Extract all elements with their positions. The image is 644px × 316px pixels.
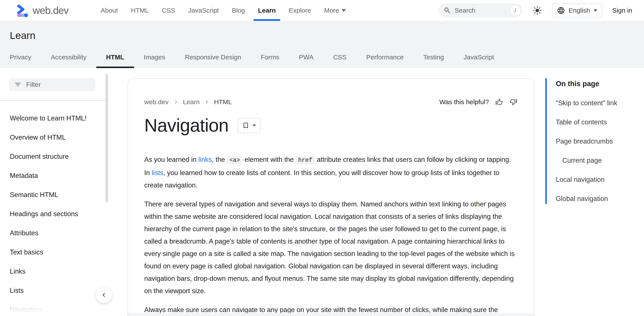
tab-pwa[interactable]: PWA	[289, 46, 323, 68]
search-shortcut-key: /	[510, 5, 520, 15]
paragraph-1: As you learned in links, the <a> element…	[144, 153, 518, 191]
next-section-block	[128, 313, 534, 316]
tab-performance[interactable]: Performance	[356, 46, 414, 68]
feedback-label: Was this helpful?	[440, 98, 489, 106]
tab-javascript[interactable]: JavaScript	[454, 46, 504, 68]
article-body: As you learned in links, the <a> element…	[144, 153, 518, 316]
code-href-attribute: href	[296, 156, 315, 164]
chevron-right-icon	[173, 99, 179, 105]
breadcrumb: web.dev Learn HTML	[144, 98, 232, 106]
toc-item-skip-to-content[interactable]: "Skip to content" link	[556, 94, 641, 113]
sidebar-item-semantic-html[interactable]: Semantic HTML	[0, 185, 109, 204]
toc-item-table-of-contents[interactable]: Table of contents	[556, 113, 641, 132]
language-selector[interactable]: English	[552, 3, 602, 17]
chevron-right-icon	[204, 99, 210, 105]
bookmark-button[interactable]	[238, 118, 260, 133]
sidebar-item-text-basics[interactable]: Text basics	[0, 243, 109, 262]
nav-item-css[interactable]: CSS	[155, 0, 182, 21]
breadcrumb-webdev[interactable]: web.dev	[144, 98, 169, 106]
webdev-logo[interactable]: web.dev	[15, 3, 68, 18]
header-actions: / English Sign in	[438, 3, 632, 17]
sidebar-item-overview[interactable]: Overview of HTML	[0, 128, 109, 147]
sidebar-item-headings-sections[interactable]: Headings and sections	[0, 204, 109, 224]
tab-privacy[interactable]: Privacy	[0, 46, 41, 68]
sidebar-item-navigation[interactable]: Navigation	[0, 300, 109, 316]
feedback-widget: Was this helpful?	[440, 98, 518, 106]
filter-input[interactable]	[26, 81, 90, 88]
course-nav-list: Welcome to Learn HTML! Overview of HTML …	[0, 101, 109, 316]
sidebar-item-lists[interactable]: Lists	[0, 281, 109, 300]
tab-forms[interactable]: Forms	[251, 46, 289, 68]
tab-images[interactable]: Images	[134, 46, 175, 68]
sidebar-collapse-button[interactable]	[96, 287, 112, 303]
theme-toggle-button[interactable]	[532, 6, 542, 15]
code-a-element: <a>	[227, 156, 243, 164]
tab-css[interactable]: CSS	[323, 46, 356, 68]
nav-item-more[interactable]: More	[318, 0, 352, 21]
filter-section	[0, 68, 109, 101]
learn-header-band: Learn Privacy Accessibility HTML Images …	[0, 21, 644, 68]
search-input[interactable]	[455, 7, 507, 14]
tab-accessibility[interactable]: Accessibility	[41, 46, 96, 68]
article-title: Navigation	[144, 115, 228, 136]
article-card: web.dev Learn HTML Was this helpful?	[128, 78, 534, 316]
page-title: Learn	[10, 29, 36, 41]
sign-in-button[interactable]: Sign in	[612, 7, 632, 14]
primary-nav: About HTML CSS JavaScript Blog Learn Exp…	[94, 0, 352, 21]
toc-item-global-navigation[interactable]: Global navigation	[556, 189, 641, 208]
sidebar-scrollbar[interactable]	[106, 74, 108, 202]
on-this-page-panel: On this page "Skip to content" link Tabl…	[545, 78, 641, 208]
toc-list: "Skip to content" link Table of contents…	[556, 94, 641, 208]
globe-icon	[557, 6, 565, 14]
nav-item-blog[interactable]: Blog	[225, 0, 252, 21]
sidebar-item-document-structure[interactable]: Document structure	[0, 147, 109, 166]
bookmark-icon	[242, 122, 250, 129]
sidebar-item-welcome[interactable]: Welcome to Learn HTML!	[0, 109, 109, 128]
sidebar-item-metadata[interactable]: Metadata	[0, 166, 109, 185]
top-header: web.dev About HTML CSS JavaScript Blog L…	[0, 0, 644, 21]
chevron-down-icon	[252, 124, 256, 127]
toc-accent-bar	[545, 78, 547, 204]
nav-item-html[interactable]: HTML	[124, 0, 155, 21]
toc-item-local-navigation[interactable]: Local navigation	[556, 170, 641, 189]
lists-link[interactable]: lists	[152, 169, 163, 176]
filter-box[interactable]	[9, 78, 96, 91]
toc-item-page-breadcrumbs[interactable]: Page breadcrumbs	[556, 132, 641, 151]
search-box[interactable]: /	[438, 3, 522, 17]
paragraph-2: There are several types of navigation an…	[144, 198, 518, 297]
nav-item-javascript[interactable]: JavaScript	[182, 0, 225, 21]
tab-responsive-design[interactable]: Responsive Design	[175, 46, 251, 68]
sun-icon	[532, 6, 542, 15]
toc-title: On this page	[556, 78, 641, 89]
breadcrumb-learn[interactable]: Learn	[183, 98, 200, 106]
chevron-left-icon	[101, 292, 107, 298]
tab-html[interactable]: HTML	[96, 46, 134, 68]
breadcrumb-html[interactable]: HTML	[214, 98, 232, 106]
sidebar-item-attributes[interactable]: Attributes	[0, 224, 109, 243]
nav-item-explore[interactable]: Explore	[282, 0, 318, 21]
nav-item-about[interactable]: About	[94, 0, 124, 21]
course-tabs: Privacy Accessibility HTML Images Respon…	[0, 46, 504, 68]
search-icon	[443, 6, 451, 14]
webdev-logo-icon	[15, 3, 30, 18]
language-label: English	[568, 7, 590, 14]
tab-testing[interactable]: Testing	[414, 46, 454, 68]
links-link[interactable]: links	[198, 156, 212, 163]
nav-item-learn[interactable]: Learn	[252, 0, 282, 21]
thumbs-up-button[interactable]	[495, 98, 503, 106]
brand-wordmark: web.dev	[33, 4, 68, 16]
toc-item-current-page[interactable]: Current page	[556, 151, 641, 170]
sidebar-item-links[interactable]: Links	[0, 262, 109, 281]
course-sidebar: Welcome to Learn HTML! Overview of HTML …	[0, 68, 109, 316]
thumbs-down-button[interactable]	[509, 98, 518, 106]
chevron-down-icon	[342, 9, 346, 12]
filter-icon	[14, 81, 21, 88]
chevron-down-icon	[594, 9, 598, 12]
